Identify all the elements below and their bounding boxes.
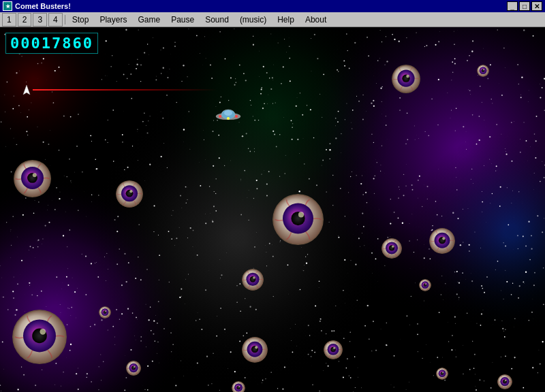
eyeball-e9 (419, 279, 431, 291)
menubar: 1 2 3 4 Stop Players Game Pause Sound (m… (0, 12, 545, 27)
laser-beam (33, 89, 217, 91)
minimize-button[interactable]: _ (507, 1, 518, 11)
window-title: Comet Busters! (15, 2, 71, 10)
svg-point-4 (219, 115, 221, 118)
eyeball-e12 (242, 337, 268, 363)
starfield-canvas (0, 27, 545, 392)
eyeball-e10 (99, 306, 111, 318)
svg-point-6 (235, 115, 238, 118)
svg-point-5 (227, 117, 230, 120)
tab-1[interactable]: 1 (2, 13, 16, 27)
menu-sound[interactable]: Sound (200, 14, 234, 26)
eyeball-e14 (126, 361, 141, 376)
menu-players[interactable]: Players (94, 14, 132, 26)
score-display: 00017860 (5, 33, 98, 54)
eyeball-e17 (232, 381, 245, 392)
tab-2[interactable]: 2 (18, 13, 32, 27)
menu-divider-1 (65, 15, 65, 24)
eyeball-e2 (477, 65, 489, 77)
eyeball-e8 (242, 269, 264, 291)
menu-game[interactable]: Game (132, 14, 166, 26)
tab-3[interactable]: 3 (33, 13, 47, 27)
tab-4[interactable]: 4 (48, 13, 63, 27)
maximize-button[interactable]: □ (519, 1, 530, 11)
titlebar-left: ★ Comet Busters! (3, 1, 71, 11)
eyeball-e15 (436, 368, 448, 380)
menu-about[interactable]: About (300, 14, 332, 26)
eyeball-e5 (272, 194, 324, 245)
menu-stop[interactable]: Stop (67, 14, 95, 26)
eyeball-e1 (392, 65, 420, 93)
eyeball-e11 (12, 310, 67, 364)
app-icon: ★ (3, 1, 12, 11)
ufo-ship (215, 108, 242, 122)
menu-help[interactable]: Help (272, 14, 300, 26)
eyeball-e13 (324, 340, 343, 359)
eyeball-e4 (116, 180, 143, 208)
eyeball-e16 (497, 374, 512, 389)
player-ship (20, 84, 33, 96)
window-controls: _ □ ✕ (507, 1, 542, 11)
svg-point-3 (224, 110, 232, 116)
titlebar: ★ Comet Busters! _ □ ✕ (0, 0, 545, 12)
menu-pause[interactable]: Pause (166, 14, 200, 26)
svg-marker-0 (23, 85, 30, 95)
eyeball-e3 (14, 160, 51, 197)
eyeball-e6 (429, 228, 455, 254)
game-area: 00017860 (0, 27, 545, 392)
close-button[interactable]: ✕ (531, 1, 542, 11)
eyeball-e7 (382, 238, 402, 259)
score-value: 00017860 (10, 35, 93, 52)
menu-music[interactable]: (music) (234, 14, 272, 26)
